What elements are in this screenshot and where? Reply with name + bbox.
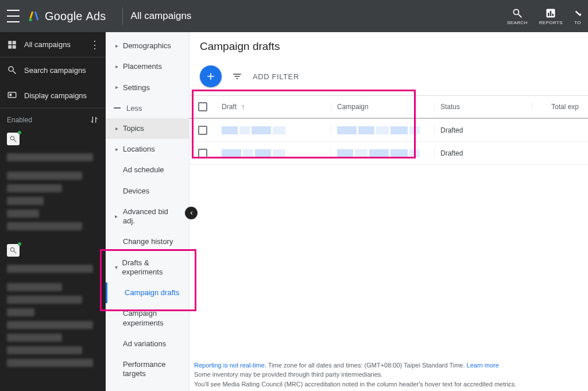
- svg-rect-9: [8, 92, 16, 98]
- svg-rect-3: [550, 10, 552, 16]
- topbar-actions: SEARCH REPORTS TO: [507, 7, 581, 25]
- search-icon: [7, 65, 17, 75]
- menu-item-placements[interactable]: ▸Placements: [106, 56, 189, 77]
- add-filter-button[interactable]: ADD FILTER: [253, 72, 299, 81]
- draft-name-redacted: [216, 126, 331, 134]
- campaign-name-redacted: [331, 149, 434, 157]
- svg-rect-8: [13, 45, 16, 48]
- nav-item-search-campaigns[interactable]: Search campaigns: [0, 57, 106, 83]
- main-content: Campaign drafts ADD FILTER Draft↑ Campai…: [189, 32, 588, 391]
- footer-note: Reporting is not real-time. Time zone fo…: [194, 361, 583, 389]
- left-nav: All campaigns ⋮ Search campaigns Display…: [0, 32, 106, 391]
- nav-label: Display campaigns: [24, 91, 87, 100]
- nav-account-search-2[interactable]: [7, 244, 20, 257]
- google-ads-logo-icon: [28, 10, 40, 22]
- menu-item-advanced-bid[interactable]: ▸Advanced bid adj.: [106, 202, 189, 232]
- reports-action[interactable]: REPORTS: [539, 7, 563, 25]
- more-icon[interactable]: ⋮: [90, 38, 99, 51]
- svg-rect-10: [10, 94, 12, 96]
- menu-item-performance-targets[interactable]: Performance targets: [106, 354, 189, 385]
- col-status[interactable]: Status: [434, 103, 532, 111]
- menu-less-toggle[interactable]: Less: [106, 98, 189, 118]
- tools-action[interactable]: TO: [574, 7, 581, 25]
- col-total[interactable]: Total exp: [532, 103, 588, 111]
- sort-asc-icon: ↑: [241, 103, 245, 111]
- grid-icon: [7, 40, 17, 50]
- toolbar: ADD FILTER: [189, 59, 588, 95]
- product-logo[interactable]: Google Ads: [28, 10, 106, 23]
- menu-item-ad-schedule[interactable]: ▸Ad schedule: [106, 160, 189, 180]
- draft-name-redacted: [216, 149, 331, 157]
- nav-item-display-campaigns[interactable]: Display campaigns: [0, 83, 106, 108]
- topbar: Google Ads All campaigns SEARCH REPORTS …: [0, 0, 588, 32]
- row-checkbox[interactable]: [198, 149, 207, 158]
- menu-item-topics[interactable]: ▸Topics: [106, 118, 189, 139]
- page-title: Campaign drafts: [200, 40, 578, 53]
- search-icon: [9, 246, 17, 254]
- search-icon: [9, 135, 17, 143]
- side-menu: ▸Demographics ▸Placements ▸Settings Less…: [106, 32, 189, 391]
- nav-account-search[interactable]: [7, 133, 20, 145]
- menu-item-locations[interactable]: ▸Locations: [106, 139, 189, 160]
- menu-item-campaign-experiments[interactable]: Campaign experiments: [106, 303, 189, 334]
- topbar-divider: [122, 7, 123, 25]
- nav-label: Search campaigns: [24, 66, 86, 75]
- learn-more-link[interactable]: Learn more: [467, 362, 499, 369]
- select-all-checkbox[interactable]: [198, 102, 207, 111]
- search-action[interactable]: SEARCH: [507, 7, 528, 25]
- campaign-name-redacted: [331, 126, 434, 134]
- nav-accounts-redacted: [7, 153, 99, 235]
- svg-point-0: [29, 18, 32, 21]
- plus-icon: [205, 71, 216, 82]
- chevron-left-icon: [188, 210, 195, 216]
- nav-item-all-campaigns[interactable]: All campaigns ⋮: [0, 32, 106, 57]
- table-row[interactable]: Drafted: [189, 119, 588, 142]
- table-row[interactable]: Drafted: [189, 142, 588, 165]
- table-header-row: Draft↑ Campaign Status Total exp: [189, 96, 588, 119]
- menu-item-demographics[interactable]: ▸Demographics: [106, 36, 189, 56]
- search-icon: [512, 7, 523, 19]
- svg-rect-6: [13, 41, 16, 44]
- nav-label: All campaigns: [24, 40, 71, 49]
- col-draft[interactable]: Draft↑: [216, 103, 331, 111]
- svg-rect-2: [548, 13, 550, 16]
- menu-item-drafts-experiments[interactable]: ▾Drafts & experiments: [106, 253, 189, 283]
- main-header: Campaign drafts: [189, 32, 588, 59]
- menu-item-settings[interactable]: ▸Settings: [106, 78, 189, 98]
- col-campaign[interactable]: Campaign: [331, 103, 434, 111]
- row-status: Drafted: [434, 126, 532, 134]
- hamburger-menu[interactable]: [7, 10, 20, 22]
- product-name: Google Ads: [45, 10, 106, 23]
- display-icon: [7, 90, 17, 100]
- nav-section-enabled[interactable]: Enabled: [0, 108, 106, 129]
- row-status: Drafted: [434, 149, 532, 157]
- filter-icon[interactable]: [232, 71, 242, 82]
- menu-item-devices[interactable]: ▸Devices: [106, 181, 189, 202]
- svg-rect-7: [8, 45, 11, 48]
- reporting-link[interactable]: Reporting is not real-time.: [194, 362, 266, 369]
- add-button[interactable]: [200, 65, 222, 87]
- row-checkbox[interactable]: [198, 126, 207, 135]
- nav-accounts-redacted-2: [7, 265, 99, 371]
- reports-icon: [545, 7, 556, 19]
- menu-item-campaign-groups[interactable]: Campaign groups: [106, 385, 189, 392]
- collapse-panel-button[interactable]: [185, 207, 198, 219]
- svg-rect-4: [552, 13, 554, 16]
- breadcrumb[interactable]: All campaigns: [131, 10, 192, 22]
- drafts-table: Draft↑ Campaign Status Total exp Drafted…: [189, 95, 588, 165]
- menu-item-ad-variations[interactable]: Ad variations: [106, 334, 189, 354]
- svg-rect-5: [8, 41, 11, 44]
- menu-item-change-history[interactable]: ▸Change history: [106, 231, 189, 252]
- tools-icon: [574, 7, 581, 19]
- menu-item-campaign-drafts[interactable]: Campaign drafts: [106, 282, 189, 303]
- sort-icon: [90, 115, 99, 125]
